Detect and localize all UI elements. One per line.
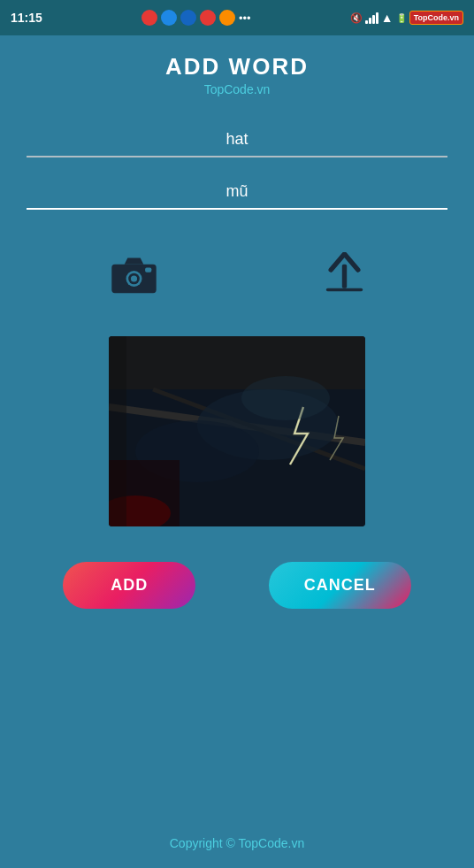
- app-icon-5: [219, 10, 235, 26]
- signal-icon: [365, 12, 378, 24]
- topcode-badge: TopCode.vn: [409, 11, 463, 25]
- camera-button[interactable]: [103, 245, 165, 310]
- status-time: 11:15: [11, 11, 42, 25]
- translation-input[interactable]: [27, 175, 447, 210]
- translation-input-group: [27, 175, 447, 210]
- add-button[interactable]: ADD: [63, 562, 195, 609]
- app-icon-4: [200, 10, 216, 26]
- cancel-button[interactable]: CANCEL: [269, 562, 411, 609]
- svg-point-16: [241, 376, 330, 420]
- preview-image: [109, 336, 365, 526]
- status-app-icons: •••: [141, 10, 251, 26]
- status-bar: 11:15 ••• 🔇 ▲ 🔋 TopCode.vn: [0, 0, 474, 35]
- muted-icon: 🔇: [350, 12, 363, 24]
- action-icon-row: [27, 245, 447, 310]
- page-title: ADD WORD: [165, 53, 309, 81]
- topcode-badge-text: TopCode.vn: [414, 13, 459, 22]
- main-content: ADD WORD TopCode.vn: [0, 35, 474, 626]
- button-row: ADD CANCEL: [27, 562, 447, 609]
- preview-image-svg: [109, 336, 365, 526]
- svg-rect-4: [145, 267, 151, 272]
- footer-text: Copyright © TopCode.vn: [170, 836, 304, 850]
- app-icon-3: [180, 10, 196, 26]
- image-preview: [109, 336, 365, 526]
- word-input[interactable]: [27, 123, 447, 157]
- page-subtitle: TopCode.vn: [204, 82, 271, 96]
- wifi-icon: ▲: [381, 11, 394, 25]
- word-input-group: [27, 123, 447, 157]
- svg-point-3: [131, 275, 137, 281]
- footer: Copyright © TopCode.vn: [0, 836, 474, 850]
- battery-icon: 🔋: [396, 13, 407, 23]
- camera-icon: [110, 255, 158, 295]
- status-right-icons: 🔇 ▲ 🔋 TopCode.vn: [350, 11, 463, 25]
- upload-icon: [325, 252, 364, 296]
- svg-rect-15: [109, 460, 180, 526]
- app-icon-2: [161, 10, 177, 26]
- more-apps-icon: •••: [239, 12, 251, 25]
- upload-button[interactable]: [317, 245, 371, 310]
- app-icon-1: [141, 10, 157, 26]
- svg-rect-6: [342, 265, 347, 288]
- svg-rect-8: [109, 336, 365, 389]
- svg-rect-5: [326, 288, 363, 292]
